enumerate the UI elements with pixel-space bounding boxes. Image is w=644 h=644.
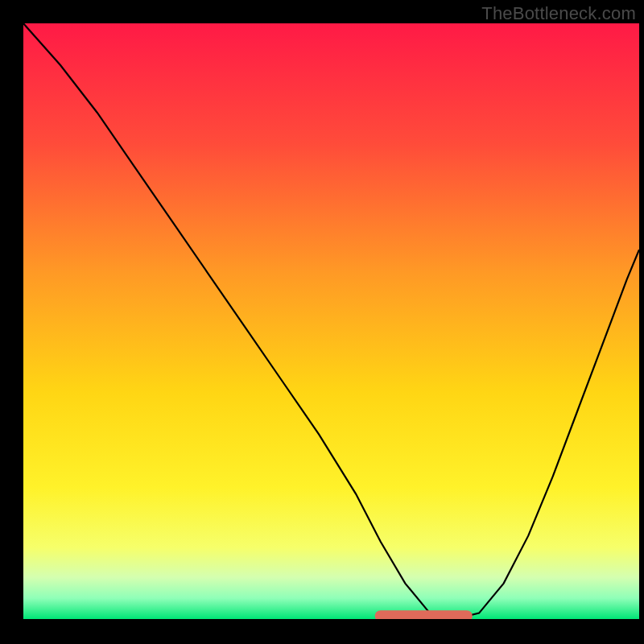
plot-background (23, 23, 639, 619)
chart-frame: TheBottleneck.com (0, 0, 644, 644)
chart-svg (0, 0, 644, 644)
watermark-text: TheBottleneck.com (481, 3, 636, 24)
